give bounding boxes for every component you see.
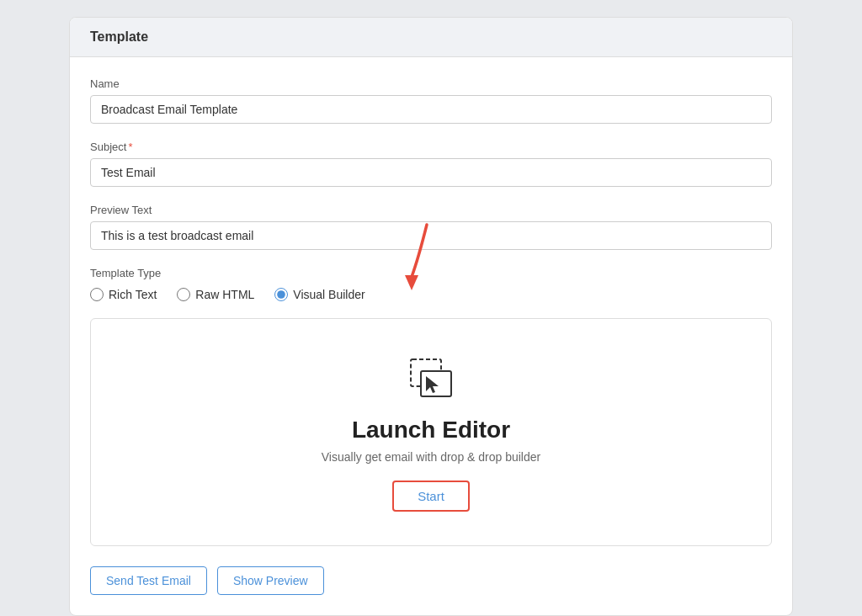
send-test-email-button[interactable]: Send Test Email: [90, 566, 207, 595]
name-group: Name: [90, 77, 772, 124]
preview-text-label: Preview Text: [90, 204, 772, 216]
editor-box: Launch Editor Visually get email with dr…: [90, 318, 772, 546]
subject-input[interactable]: [90, 158, 772, 187]
template-card: Template Name Subject* Preview Text Temp…: [69, 17, 793, 616]
name-label: Name: [90, 77, 772, 90]
radio-option-raw-html[interactable]: Raw HTML: [177, 288, 254, 301]
radio-option-visual-builder[interactable]: Visual Builder: [274, 288, 364, 301]
start-button[interactable]: Start: [392, 481, 470, 512]
radio-visual-builder[interactable]: [274, 288, 288, 301]
radio-rich-text[interactable]: [90, 288, 104, 301]
template-type-label: Template Type: [90, 267, 772, 279]
card-header: Template: [70, 18, 792, 57]
radio-rich-text-label: Rich Text: [109, 288, 157, 301]
editor-subtitle: Visually get email with drop & drop buil…: [322, 450, 540, 464]
card-title: Template: [90, 29, 148, 44]
radio-visual-builder-label: Visual Builder: [293, 288, 364, 301]
svg-rect-2: [421, 371, 451, 396]
footer-buttons: Send Test Email Show Preview: [90, 566, 772, 595]
name-input[interactable]: [90, 95, 772, 124]
card-body: Name Subject* Preview Text Template Type: [70, 57, 792, 615]
subject-group: Subject*: [90, 141, 772, 187]
editor-icon: [407, 353, 455, 403]
preview-text-input[interactable]: [90, 221, 772, 250]
preview-text-group: Preview Text: [90, 204, 772, 250]
radio-raw-html-label: Raw HTML: [195, 288, 254, 301]
radio-group: Rich Text Raw HTML Visual Builder: [90, 288, 772, 301]
template-type-section: Template Type Rich Text Raw HTML: [90, 267, 772, 301]
show-preview-button[interactable]: Show Preview: [217, 566, 324, 595]
subject-label: Subject*: [90, 141, 772, 153]
editor-title: Launch Editor: [352, 417, 510, 443]
radio-option-rich-text[interactable]: Rich Text: [90, 288, 157, 301]
radio-raw-html[interactable]: [177, 288, 190, 301]
